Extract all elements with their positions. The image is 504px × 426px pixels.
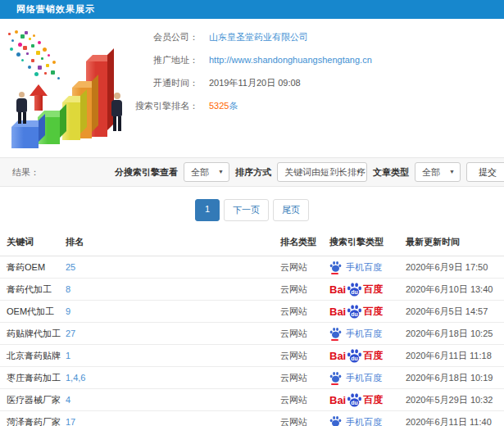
baidu-paw-du-icon: du [347,282,362,297]
sort-select[interactable]: 关键词由短到长排序 ▼ [277,162,367,182]
rank-link[interactable]: 1,4,6 [66,373,85,383]
rank-type-cell: 云网站 [280,279,329,301]
mobile-baidu-icon [329,415,342,426]
update-time-cell: 2020年6月18日 10:19 [406,367,504,389]
next-page-button[interactable]: 下一页 [224,199,269,221]
rank-type-cell: 云网站 [280,345,329,367]
rank-type-cell: 云网站 [280,389,329,411]
table-row: OEM代加工9云网站Baidu百度2020年6月5日 14:57 [0,301,504,323]
confetti-dot [44,72,47,75]
keyword-cell: 膏药代加工 [0,279,66,301]
baidu-logo[interactable]: Baidu百度 [329,282,406,297]
table-header-row: 关键词 排名 排名类型 搜索引擎类型 最新更新时间 [0,229,504,256]
baidu-paw-du-icon: du [347,392,362,408]
rank-unit[interactable]: 条 [229,101,238,111]
rank-cell: 25 [66,256,280,279]
mobile-baidu-logo[interactable]: 手机百度 [329,371,406,385]
baidu-logo[interactable]: Baidu百度 [329,348,406,364]
baidu-paw-icon [329,261,342,273]
rank-link[interactable]: 8 [66,284,70,294]
article-type-label: 文章类型 [373,166,409,179]
results-table: 关键词 排名 排名类型 搜索引擎类型 最新更新时间 膏药OEM25云网站手机百度… [0,229,504,426]
baidu-cn-text: 百度 [363,283,383,297]
col-header-update-time: 最新更新时间 [406,229,504,256]
col-header-rank-type: 排名类型 [280,229,329,256]
chevron-down-icon: ▼ [449,163,455,181]
engine-type-cell: 手机百度 [329,256,406,279]
mobile-baidu-logo[interactable]: 手机百度 [329,415,406,426]
baidu-cn-text: 百度 [363,305,383,319]
mobile-baidu-logo[interactable]: 手机百度 [329,261,406,274]
company-link[interactable]: 山东皇圣堂药业有限公司 [209,31,308,43]
update-time-cell: 2020年6月10日 13:40 [406,279,504,301]
info-row-company: 会员公司： 山东皇圣堂药业有限公司 [125,31,497,43]
confetti-dot [31,44,34,48]
growth-arrow-icon [30,84,48,111]
promo-url-label: 推广地址： [125,54,198,66]
keyword-cell: 枣庄膏药加工 [0,367,66,389]
col-header-rank: 排名 [66,229,280,256]
rank-cell: 4 [66,389,280,411]
baidu-bai-text: Bai [329,283,346,296]
rank-link[interactable]: 27 [66,329,75,338]
mobile-baidu-icon [329,327,342,341]
rank-link[interactable]: 17 [66,417,75,426]
confetti-dot [11,39,14,42]
engine-type-cell: Baidu百度 [329,389,406,411]
baidu-paw-icon [329,371,342,383]
promo-url-link[interactable]: http://www.shandonghuangshengtang.cn [209,55,372,65]
engine-view-select[interactable]: 全部 ▼ [184,162,229,182]
update-time-cell: 2020年5月29日 10:32 [406,389,504,411]
rank-count[interactable]: 5325 [209,101,229,111]
article-type-select[interactable]: 全部 ▼ [415,162,461,182]
filter-bar: 结果： 分搜索引擎查看 全部 ▼ 排序方式 关键词由短到长排序 ▼ 文章类型 全… [0,157,504,187]
confetti-dot [20,34,25,39]
rank-type-cell: 云网站 [280,256,329,279]
confetti-dot [51,70,55,75]
open-time-label: 开通时间： [125,77,198,89]
mobile-baidu-icon [329,261,342,274]
table-row: 枣庄膏药加工1,4,6云网站手机百度2020年6月18日 10:19 [0,367,504,389]
confetti-dot [38,66,42,70]
businessman-figure [111,93,122,131]
engine-rank-value[interactable]: 5325条 [209,100,238,112]
baidu-paw-icon [329,327,342,339]
rank-cell: 1,4,6 [66,367,280,389]
mobile-baidu-logo[interactable]: 手机百度 [329,327,406,341]
chevron-down-icon: ▼ [218,163,224,181]
baidu-bai-text: Bai [329,306,346,318]
rank-cell: 1 [66,345,280,367]
baidu-logo[interactable]: Baidu百度 [329,392,406,408]
rank-link[interactable]: 4 [66,395,70,405]
last-page-button[interactable]: 尾页 [273,199,309,221]
chevron-down-icon: ▼ [356,163,361,181]
open-time-value: 2019年11月20日 09:08 [209,77,301,89]
submit-button[interactable]: 提交 [466,162,504,182]
keyword-cell: 药贴牌代加工 [0,323,66,345]
table-row: 膏药代加工8云网站Baidu百度2020年6月10日 13:40 [0,279,504,301]
rank-type-cell: 云网站 [280,301,329,323]
col-header-keyword: 关键词 [0,229,66,256]
rank-type-cell: 云网站 [280,323,329,345]
page-1-button[interactable]: 1 [195,199,220,221]
baidu-cn-text: 百度 [363,349,383,363]
rank-type-cell: 云网站 [280,411,329,426]
rank-link[interactable]: 1 [66,351,70,360]
table-row: 菏泽膏药厂家17云网站手机百度2020年6月11日 11:40 [0,411,504,426]
confetti-dot [57,77,60,79]
confetti-dot [31,59,34,62]
baidu-logo[interactable]: Baidu百度 [329,304,406,320]
info-row-open-time: 开通时间： 2019年11月20日 09:08 [125,77,497,88]
keyword-cell: OEM代加工 [0,301,66,323]
chart-bar [11,127,39,148]
table-row: 北京膏药贴牌1云网站Baidu百度2020年6月11日 11:18 [0,345,504,367]
confetti-dot [18,43,22,47]
baidu-bai-text: Bai [329,394,346,406]
page-title: 网络营销效果展示 [16,0,95,19]
rank-link[interactable]: 9 [66,306,70,316]
confetti-dot [48,54,50,57]
confetti-dot [43,48,47,52]
confetti-dot [34,72,39,76]
rank-link[interactable]: 25 [66,262,75,272]
rank-cell: 9 [66,301,280,323]
